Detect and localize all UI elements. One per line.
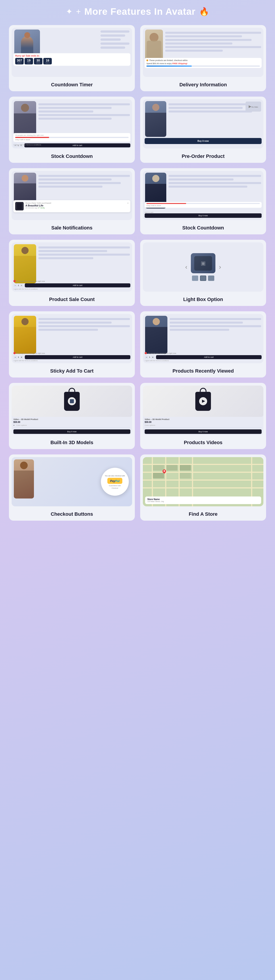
3d-models-label: Built-In 3D Models	[9, 438, 135, 445]
stock-figure	[14, 101, 36, 137]
sale-count-add-btn[interactable]: Add to cart	[25, 283, 130, 287]
3d-add-btn[interactable]: Buy it now	[13, 430, 130, 434]
countdown-hrs: 19 HRS	[25, 58, 33, 64]
preorder-buy-btn[interactable]: Buy it now	[145, 138, 262, 144]
card-products-videos: Video – 3D Model Product $59.00 Color op…	[140, 383, 266, 449]
delivery-information-label: Delivery Information	[140, 80, 266, 88]
lightbox-content: ‹ ▣ ›	[185, 242, 221, 292]
sale-notifications-label: Sale Notifications	[9, 223, 135, 231]
sale-popup-product-img	[15, 202, 24, 210]
pre-order-preview: Vtu Video I agree with the Terms & condi…	[143, 99, 263, 148]
card-countdown-timer: Hurry up! Sale ends in: 307 DAYS 19 HRS …	[9, 25, 135, 91]
card-recently-viewed: 10 people are viewing this right now − 1…	[140, 311, 266, 377]
find-a-store-label: Find A Store	[140, 509, 266, 517]
card-pre-order: Vtu Video I agree with the Terms & condi…	[140, 97, 266, 163]
product-sale-count-preview: 10 people are viewing this right now − 1…	[12, 242, 132, 292]
videos-product-bg	[143, 385, 263, 417]
page-title: More Features In Avatar	[84, 6, 196, 17]
3d-cube-icon	[68, 397, 76, 405]
card-sticky-add-to-cart: 10 people are viewing this right now − 1…	[9, 311, 135, 377]
sale-count-figure	[14, 244, 36, 283]
countdown-boxes: 307 DAYS 19 HRS 30 MINS 16	[15, 58, 128, 64]
3d-models-content: Video – 3D Model Product $59.00 ● Color …	[12, 385, 132, 435]
countdown-timer-label: Countdown Timer	[9, 80, 135, 88]
countdown-days: 307 DAYS	[15, 58, 24, 64]
video-add-btn[interactable]: Buy it now	[145, 430, 262, 434]
star-icon: ✦	[66, 7, 73, 16]
delivery-preview: These products are limited, checkout wit…	[143, 28, 263, 77]
video-play-circle[interactable]	[199, 397, 207, 405]
countdown-mins: 30 MINS	[34, 58, 43, 64]
sale-popup-content: Bruno (New York) purchased A Beautiful L…	[25, 202, 125, 209]
stock-dark-add-btn[interactable]: Buy it now	[145, 213, 262, 218]
light-box-label: Light Box Option	[140, 294, 266, 302]
sale-popup-close[interactable]: ×	[127, 202, 128, 204]
lightbox-next-arrow[interactable]: ›	[219, 263, 221, 270]
sticky-add-to-cart-label: Sticky Add To Cart	[9, 366, 135, 374]
stock-detail-lines	[38, 102, 130, 121]
recently-viewed-label: Products Recently Viewed	[140, 366, 266, 374]
sale-notifications-preview: Bruno (New York) purchased A Beautiful L…	[12, 171, 132, 220]
plus-icon: +	[76, 7, 81, 16]
card-find-a-store: Store Name 123 Main Street, City Find A …	[140, 455, 266, 521]
recently-add-btn[interactable]: Add to cart	[156, 355, 262, 359]
find-a-store-preview: Store Name 123 Main Street, City	[143, 457, 263, 506]
card-light-box: ‹ ▣ › Light Box Option	[140, 240, 266, 306]
product-sale-count-label: Product Sale Count	[9, 294, 135, 302]
checkout-buttons-label: Checkout Buttons	[9, 509, 135, 517]
sale-notification-popup: Bruno (New York) purchased A Beautiful L…	[13, 200, 130, 212]
recently-viewed-preview: 10 people are viewing this right now − 1…	[143, 314, 263, 363]
countdown-secs: 16 SECS	[43, 58, 52, 64]
delivery-product-figure	[145, 30, 163, 61]
checkout-buttons-preview: You can also checkout with PayPal Guaran…	[12, 457, 132, 506]
delivery-notice: These products are limited, checkout wit…	[145, 58, 262, 68]
stock-countdown-label: Stock Countdown	[9, 151, 135, 159]
videos-content: Video – 3D Model Product $59.00 Color op…	[143, 385, 263, 435]
light-box-preview: ‹ ▣ ›	[143, 242, 263, 292]
lightbox-prev-arrow[interactable]: ‹	[185, 263, 187, 270]
card-stock-countdown-2: Only 3 left in stock Add to cart Buy it …	[140, 168, 266, 234]
stock-countdown-2-label: Stock Countdown	[140, 223, 266, 231]
preorder-video: Vtu Video	[245, 102, 261, 111]
card-sale-notifications: Bruno (New York) purchased A Beautiful L…	[9, 168, 135, 234]
stock-countdown-bar: 10 people are viewing this right now Onl…	[13, 133, 130, 142]
3d-models-preview: Video – 3D Model Product $59.00 ● Color …	[12, 385, 132, 435]
page-header: ✦ + More Features In Avatar 🔥	[0, 0, 275, 21]
fire-icon: 🔥	[199, 7, 209, 16]
products-videos-preview: Video – 3D Model Product $59.00 Color op…	[143, 385, 263, 435]
features-grid: Hurry up! Sale ends in: 307 DAYS 19 HRS …	[0, 21, 275, 530]
videos-info: Video – 3D Model Product $59.00 Color op…	[143, 417, 263, 435]
card-product-sale-count: 10 people are viewing this right now − 1…	[9, 240, 135, 306]
countdown-preview: Hurry up! Sale ends in: 307 DAYS 19 HRS …	[12, 28, 132, 77]
stock-terms: I agree with the Terms & conditions	[13, 144, 41, 146]
countdown-sale-text: Hurry up! Sale ends in:	[15, 54, 128, 57]
stock-countdown-preview: 10 people are viewing this right now Onl…	[12, 99, 132, 148]
3d-info: Video – 3D Model Product $59.00 ● Color …	[12, 417, 132, 435]
sticky-add-btn[interactable]: Add to cart	[25, 355, 130, 359]
pre-order-label: Pre-Order Product	[140, 151, 266, 159]
delivery-lines	[165, 30, 261, 53]
sticky-add-to-cart-preview: 10 people are viewing this right now − 1…	[12, 314, 132, 363]
card-checkout-buttons: You can also checkout with PayPal Guaran…	[9, 455, 135, 521]
stock-countdown-2-preview: Only 3 left in stock Add to cart Buy it …	[143, 171, 263, 220]
products-videos-label: Products Videos	[140, 438, 266, 445]
card-3d-models: Video – 3D Model Product $59.00 ● Color …	[9, 383, 135, 449]
card-delivery-information: These products are limited, checkout wit…	[140, 25, 266, 91]
countdown-banner: Hurry up! Sale ends in: 307 DAYS 19 HRS …	[13, 53, 130, 66]
card-stock-countdown: 10 people are viewing this right now Onl…	[9, 97, 135, 163]
product-detail-lines	[100, 30, 130, 51]
3d-product-bg	[12, 385, 132, 417]
